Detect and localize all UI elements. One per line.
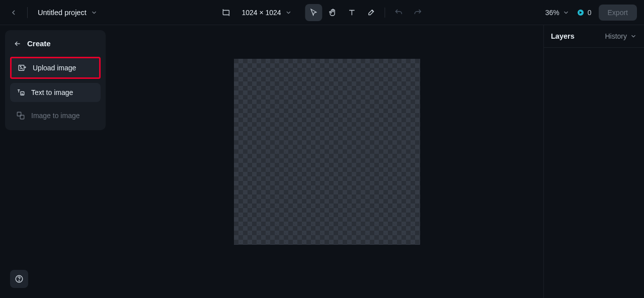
- top-bar: Untitled project 1024 × 1024: [0, 0, 644, 25]
- project-name-label: Untitled project: [38, 9, 87, 17]
- text-icon: [348, 8, 357, 17]
- text-to-image-label: Text to image: [31, 88, 73, 96]
- layers-panel: Layers History: [543, 25, 644, 298]
- help-button[interactable]: [10, 270, 28, 288]
- select-tool[interactable]: [305, 4, 323, 21]
- svg-point-3: [20, 66, 21, 67]
- svg-rect-0: [223, 10, 229, 15]
- credits-display[interactable]: 0: [577, 9, 592, 17]
- image-to-image-icon: [16, 111, 25, 120]
- separator: [385, 8, 385, 18]
- tool-group: [305, 4, 427, 21]
- panel-header[interactable]: Create: [10, 35, 101, 53]
- crop-aspect-button[interactable]: [217, 4, 234, 21]
- project-name-dropdown[interactable]: Untitled project: [35, 7, 101, 19]
- chevron-down-icon: [562, 9, 570, 16]
- layers-panel-header: Layers History: [544, 25, 644, 48]
- svg-point-8: [19, 280, 19, 281]
- back-button[interactable]: [7, 6, 20, 19]
- undo-button[interactable]: [390, 4, 408, 21]
- upload-image-icon: [18, 63, 27, 72]
- history-dropdown[interactable]: History: [605, 32, 637, 40]
- text-to-image-icon: [16, 88, 25, 97]
- panel-title: Create: [27, 39, 51, 48]
- top-bar-center: 1024 × 1024: [217, 4, 426, 21]
- chevron-down-icon: [91, 9, 98, 16]
- redo-button[interactable]: [410, 4, 427, 21]
- chevron-left-icon: [10, 9, 18, 17]
- cursor-icon: [309, 8, 318, 17]
- aspect-icon: [221, 8, 230, 17]
- undo-icon: [394, 8, 404, 17]
- upload-image-label: Upload image: [33, 64, 76, 72]
- chevron-down-icon: [285, 9, 292, 16]
- panel-back-icon: [13, 40, 22, 48]
- pan-tool[interactable]: [325, 4, 342, 21]
- top-bar-right: 36% 0 Export: [545, 5, 637, 21]
- image-to-image-button: Image to image: [10, 106, 101, 125]
- zoom-label: 36%: [545, 9, 559, 17]
- redo-icon: [414, 8, 423, 17]
- image-to-image-label: Image to image: [31, 112, 80, 120]
- text-to-image-button[interactable]: Text to image: [10, 83, 101, 102]
- history-label: History: [605, 32, 627, 40]
- export-button[interactable]: Export: [599, 5, 637, 21]
- dimensions-label: 1024 × 1024: [242, 9, 281, 17]
- zoom-dropdown[interactable]: 36%: [545, 9, 570, 17]
- layers-title: Layers: [551, 32, 575, 40]
- help-icon: [15, 274, 24, 283]
- chevron-down-icon: [630, 33, 637, 40]
- text-tool[interactable]: [344, 4, 361, 21]
- top-bar-left: Untitled project: [7, 6, 101, 19]
- brush-icon: [367, 8, 376, 17]
- canvas-dimensions-dropdown[interactable]: 1024 × 1024: [237, 7, 296, 19]
- brush-tool[interactable]: [363, 4, 380, 21]
- credits-value: 0: [588, 9, 592, 17]
- canvas-area[interactable]: [111, 25, 543, 298]
- canvas-checkerboard[interactable]: [234, 59, 420, 245]
- hand-icon: [329, 8, 338, 17]
- upload-image-button[interactable]: Upload image: [10, 57, 101, 79]
- export-label: Export: [608, 9, 628, 17]
- divider: [27, 7, 28, 18]
- credits-icon: [577, 9, 585, 17]
- create-panel: Create Upload image Text to image Image …: [5, 30, 106, 130]
